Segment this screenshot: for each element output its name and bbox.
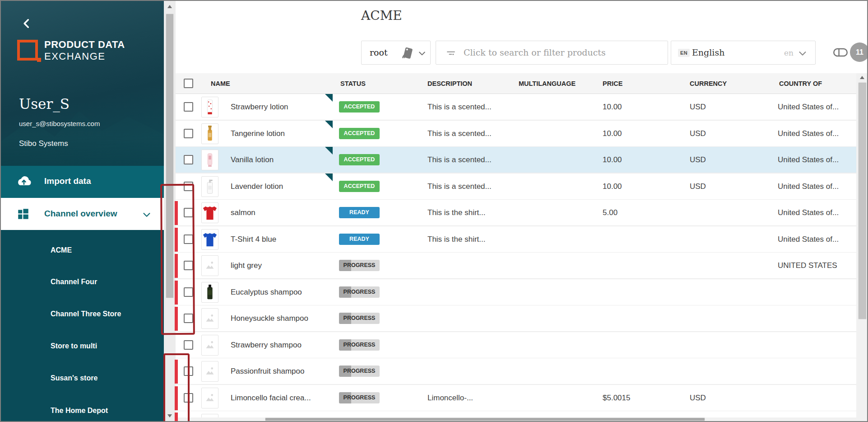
product-thumbnail [201, 202, 218, 223]
image-placeholder-icon [201, 308, 218, 329]
country-cell: UNITED STATES [778, 253, 837, 278]
sidebar-item-label: Import data [44, 176, 91, 186]
price-cell: 10.00 [603, 173, 622, 199]
description-cell: This is a scented... [427, 147, 492, 173]
row-checkbox[interactable] [184, 261, 193, 270]
status-badge: ACCEPTED [339, 128, 380, 139]
product-name: Eucalyptus shampoo [231, 279, 302, 305]
scroll-down-arrow-icon[interactable] [167, 414, 172, 417]
product-name: Vanilla lotion [231, 147, 274, 173]
row-checkbox[interactable] [184, 208, 193, 217]
row-checkbox[interactable] [184, 102, 193, 112]
price-cell: 10.00 [603, 121, 622, 146]
currency-cell: USD [690, 385, 706, 411]
sidebar-item-channel-overview[interactable]: Channel overview [1, 198, 164, 230]
scrollbar-thumb[interactable] [265, 417, 705, 421]
user-organization: Stibo Systems [19, 139, 68, 148]
logo-line2: EXCHANGE [44, 51, 125, 62]
table-row[interactable]: Eucalyptus shampooPROGRESS [176, 279, 857, 306]
sidebar-item-channel[interactable]: Susan's store [1, 370, 164, 386]
price-cell: $5.0015 [603, 385, 630, 411]
product-name: Limoncello facial crea... [231, 385, 311, 411]
table-row[interactable]: Lavender lotionACCEPTEDThis is a scented… [176, 173, 857, 200]
grid-squares-icon [17, 208, 29, 220]
table-row[interactable]: salmonREADYThis is the shirt...5.00Unite… [176, 200, 857, 226]
logo-line1: PRODUCT DATA [44, 39, 125, 51]
table-row[interactable]: Limoncello facial crea...PROGRESSLimonce… [176, 385, 857, 412]
user-email: user_s@stibosystems.com [19, 120, 100, 127]
sidebar-item-import-data[interactable]: Import data [1, 166, 164, 198]
status-badge: PROGRESS [339, 392, 380, 403]
product-name: Tangerine lotion [231, 121, 285, 146]
channel-list: ACMEChannel FourChannel Three StoreStore… [1, 230, 164, 421]
product-name: light grey [231, 253, 262, 278]
product-name: T-Shirt 4 blue [231, 226, 276, 252]
status-badge: READY [339, 207, 380, 218]
collapse-sidebar-button[interactable] [21, 17, 33, 30]
status-badge: PROGRESS [339, 313, 380, 324]
row-checkbox[interactable] [184, 182, 193, 191]
table-body: Strawberry lotionACCEPTEDThis is a scent… [176, 1, 855, 421]
corner-flag-icon [325, 147, 333, 155]
currency-cell: USD [690, 94, 706, 120]
table-row[interactable]: Passionfruit shampooPROGRESS [176, 358, 857, 385]
table-row[interactable]: Tangerine lotionACCEPTEDThis is a scente… [176, 121, 857, 147]
country-cell: United States of... [778, 173, 839, 199]
product-name: Honeysuckle shampoo [231, 305, 308, 331]
product-name: Passionfruit shampoo [231, 358, 304, 384]
status-badge: PROGRESS [339, 339, 380, 351]
table-row[interactable]: light greyPROGRESSUNITED STATES [176, 253, 857, 279]
product-thumbnail [201, 176, 218, 197]
country-cell: United States of... [778, 121, 839, 146]
description-cell: This is a scented... [427, 173, 492, 199]
product-name: Strawberry shampoo [231, 332, 302, 358]
sidebar: PRODUCT DATA EXCHANGE User_S user_s@stib… [1, 1, 164, 421]
description-cell: Limoncello-... [427, 385, 473, 411]
scroll-up-arrow-icon[interactable] [167, 5, 172, 8]
row-checkbox[interactable] [184, 393, 193, 403]
product-thumbnail [201, 229, 218, 250]
country-cell: United States of... [778, 94, 839, 120]
table-vertical-scrollbar[interactable] [856, 73, 868, 421]
table-row[interactable]: Honeysuckle shampooPROGRESS [176, 305, 857, 332]
table-row[interactable]: Strawberry lotionACCEPTEDThis is a scent… [176, 94, 857, 121]
app-window: PRODUCT DATA EXCHANGE User_S user_s@stib… [0, 0, 868, 422]
sidebar-item-channel[interactable]: Store to multi [1, 338, 164, 354]
image-placeholder-icon [201, 361, 218, 382]
scroll-up-arrow-icon[interactable] [860, 76, 864, 79]
corner-flag-icon [325, 94, 333, 102]
row-checkbox[interactable] [184, 366, 193, 376]
product-name: salmon [231, 200, 255, 225]
row-checkbox[interactable] [184, 314, 193, 323]
row-checkbox[interactable] [184, 234, 193, 244]
sidebar-item-channel[interactable]: ACME [1, 243, 164, 258]
row-checkbox[interactable] [184, 129, 193, 138]
status-badge: PROGRESS [339, 286, 380, 298]
row-checkbox[interactable] [184, 340, 193, 350]
sidebar-item-label: Channel overview [44, 209, 117, 219]
cloud-upload-icon [16, 175, 32, 187]
table-row[interactable]: Strawberry shampooPROGRESS [176, 332, 857, 359]
scrollbar-thumb[interactable] [166, 14, 174, 298]
country-cell: United States of... [778, 226, 839, 252]
scrollbar-thumb[interactable] [858, 82, 867, 319]
product-name: Lavender lotion [231, 173, 283, 199]
sidebar-item-channel[interactable]: The Home Depot [1, 403, 164, 418]
table-row[interactable]: T-Shirt 4 blueREADYThis is the shirt...U… [176, 226, 857, 253]
row-checkbox[interactable] [184, 155, 193, 164]
row-checkbox[interactable] [184, 287, 193, 297]
image-placeholder-icon [201, 255, 218, 276]
table-row[interactable]: Vanilla lotionACCEPTEDThis is a scented.… [176, 147, 857, 173]
description-cell: This is a scented... [427, 94, 492, 120]
image-placeholder-icon [201, 388, 218, 408]
sidebar-item-channel[interactable]: Channel Four [1, 274, 164, 290]
currency-cell: USD [690, 147, 706, 173]
country-cell: United States of... [778, 147, 839, 173]
sidebar-scrollbar[interactable] [164, 1, 176, 421]
price-cell: 10.00 [603, 147, 622, 173]
currency-cell: USD [690, 121, 706, 146]
logo-square-icon [17, 40, 38, 61]
description-cell: This is the shirt... [427, 200, 485, 225]
table-horizontal-scrollbar[interactable] [176, 417, 856, 421]
sidebar-item-channel[interactable]: Channel Three Store [1, 306, 164, 322]
